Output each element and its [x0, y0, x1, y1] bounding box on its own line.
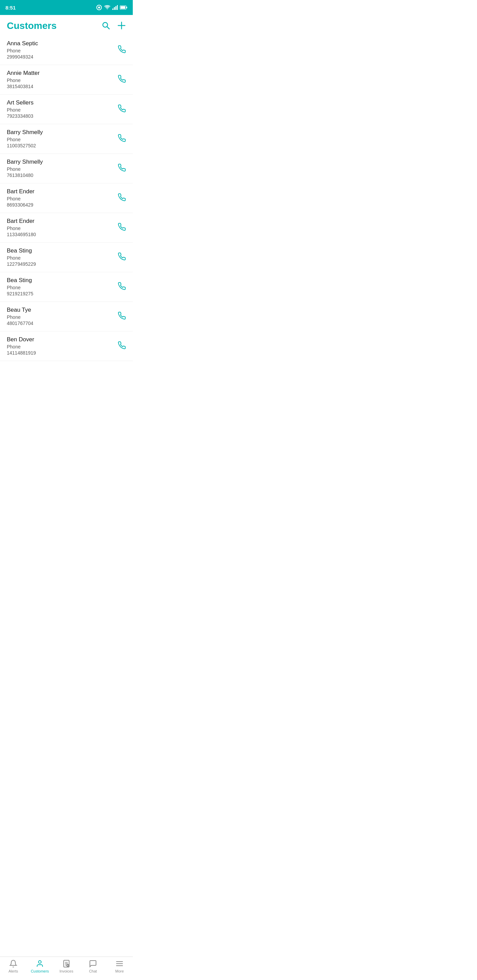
customer-info: Annie Matter Phone 3815403814	[7, 70, 118, 89]
search-icon	[102, 21, 110, 30]
customer-info: Ben Dover Phone 14114881919	[7, 336, 118, 356]
phone-label: Phone	[7, 285, 21, 290]
phone-label: Phone	[7, 107, 21, 113]
call-button[interactable]	[118, 223, 126, 232]
phone-icon	[118, 75, 126, 83]
customer-info: Bart Ender Phone 8693306429	[7, 188, 118, 208]
phone-number: 12279495229	[7, 261, 36, 267]
customer-item[interactable]: Bart Ender Phone 8693306429	[0, 183, 133, 213]
customer-item[interactable]: Bea Sting Phone 12279495229	[0, 243, 133, 272]
phone-number: 11003527502	[7, 143, 36, 148]
phone-label: Phone	[7, 255, 21, 261]
phone-number: 7923334803	[7, 113, 34, 119]
customer-name: Beau Tye	[7, 307, 118, 313]
svg-rect-3	[114, 7, 115, 10]
customer-item[interactable]: Art Sellers Phone 7923334803	[0, 95, 133, 124]
customer-name: Ben Dover	[7, 336, 118, 343]
phone-icon	[118, 193, 126, 202]
call-button[interactable]	[118, 45, 126, 55]
svg-rect-5	[117, 5, 118, 10]
status-icons	[96, 5, 127, 11]
header: Customers	[0, 15, 133, 35]
customer-item[interactable]: Barry Shmelly Phone 11003527502	[0, 124, 133, 154]
customer-info: Beau Tye Phone 4801767704	[7, 307, 118, 326]
call-button[interactable]	[118, 282, 126, 292]
phone-label: Phone	[7, 48, 21, 53]
customer-item[interactable]: Anna Septic Phone 2999049324	[0, 35, 133, 65]
customer-item[interactable]: Barry Shmelly Phone 7613810480	[0, 154, 133, 183]
customer-phone: Phone 4801767704	[7, 314, 118, 326]
svg-line-10	[107, 27, 110, 29]
phone-icon	[118, 253, 126, 261]
status-time: 8:51	[5, 5, 16, 11]
phone-number: 11334695180	[7, 232, 36, 237]
call-button[interactable]	[118, 134, 126, 143]
phone-icon	[118, 341, 126, 350]
header-actions	[102, 21, 126, 31]
customer-phone: Phone 8693306429	[7, 196, 118, 208]
customer-name: Barry Shmelly	[7, 159, 118, 165]
notification-icon	[96, 5, 102, 11]
customer-info: Anna Septic Phone 2999049324	[7, 40, 118, 60]
customer-name: Anna Septic	[7, 40, 118, 47]
call-button[interactable]	[118, 193, 126, 203]
phone-label: Phone	[7, 78, 21, 83]
customer-item[interactable]: Bea Sting Phone 9219219275	[0, 272, 133, 302]
phone-label: Phone	[7, 196, 21, 202]
call-button[interactable]	[118, 75, 126, 84]
customer-info: Barry Shmelly Phone 7613810480	[7, 159, 118, 178]
phone-label: Phone	[7, 166, 21, 172]
phone-number: 7613810480	[7, 172, 34, 178]
customer-list: Anna Septic Phone 2999049324 Annie Matte…	[0, 35, 133, 388]
call-button[interactable]	[118, 105, 126, 114]
battery-icon	[120, 5, 127, 10]
customer-name: Annie Matter	[7, 70, 118, 76]
svg-rect-8	[126, 7, 127, 8]
call-button[interactable]	[118, 253, 126, 262]
customer-info: Bea Sting Phone 12279495229	[7, 247, 118, 267]
customer-info: Art Sellers Phone 7923334803	[7, 99, 118, 119]
customer-phone: Phone 9219219275	[7, 285, 118, 297]
customer-item[interactable]: Annie Matter Phone 3815403814	[0, 65, 133, 95]
phone-number: 14114881919	[7, 350, 36, 356]
phone-icon	[118, 45, 126, 53]
svg-rect-2	[112, 8, 113, 10]
phone-label: Phone	[7, 344, 21, 350]
phone-number: 3815403814	[7, 84, 34, 89]
customer-phone: Phone 7923334803	[7, 107, 118, 119]
customer-info: Barry Shmelly Phone 11003527502	[7, 129, 118, 149]
phone-label: Phone	[7, 226, 21, 231]
call-button[interactable]	[118, 164, 126, 173]
phone-label: Phone	[7, 137, 21, 142]
svg-point-1	[98, 6, 100, 8]
customer-name: Bea Sting	[7, 277, 118, 284]
customer-item[interactable]: Ben Dover Phone 14114881919	[0, 331, 133, 361]
customer-name: Bart Ender	[7, 218, 118, 224]
customer-name: Bea Sting	[7, 247, 118, 254]
customer-info: Bea Sting Phone 9219219275	[7, 277, 118, 297]
customer-phone: Phone 3815403814	[7, 77, 118, 89]
page-title: Customers	[7, 21, 56, 31]
phone-icon	[118, 312, 126, 320]
customer-item[interactable]: Beau Tye Phone 4801767704	[0, 302, 133, 331]
phone-number: 4801767704	[7, 321, 34, 326]
status-bar: 8:51	[0, 0, 133, 15]
call-button[interactable]	[118, 341, 126, 351]
customer-phone: Phone 12279495229	[7, 255, 118, 267]
add-icon	[117, 21, 126, 30]
phone-number: 2999049324	[7, 54, 34, 60]
customer-name: Barry Shmelly	[7, 129, 118, 136]
svg-rect-4	[115, 6, 116, 10]
phone-icon	[118, 134, 126, 142]
phone-icon	[118, 105, 126, 113]
phone-number: 9219219275	[7, 291, 34, 296]
call-button[interactable]	[118, 312, 126, 321]
add-button[interactable]	[117, 21, 126, 31]
customer-phone: Phone 2999049324	[7, 48, 118, 60]
search-button[interactable]	[102, 21, 110, 31]
wifi-icon	[104, 5, 110, 10]
customer-item[interactable]: Bart Ender Phone 11334695180	[0, 213, 133, 243]
customer-phone: Phone 14114881919	[7, 344, 118, 356]
svg-rect-7	[121, 6, 125, 9]
phone-icon	[118, 282, 126, 290]
